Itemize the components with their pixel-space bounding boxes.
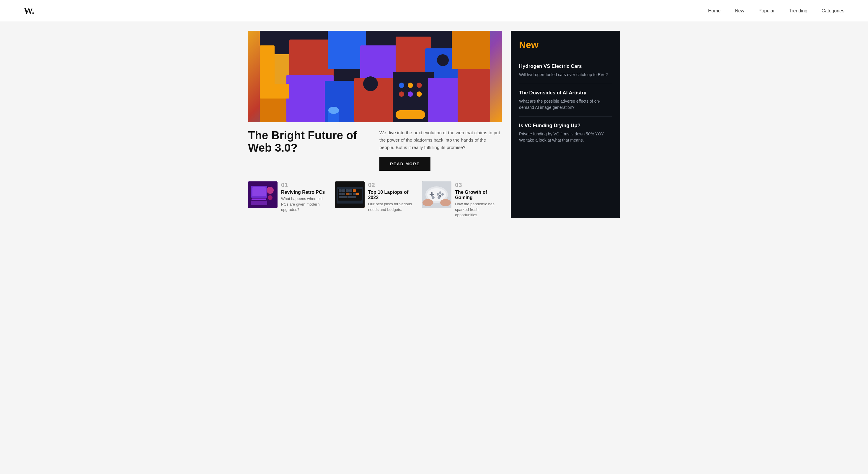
new-item-1[interactable]: Hydrogen VS Electric Cars Will hydrogen-… <box>519 58 612 84</box>
card-3-desc: How the pandemic has sparked fresh oppor… <box>455 201 502 218</box>
new-item-2-desc: What are the possible adverse effects of… <box>519 98 612 111</box>
nav-links: Home New Popular Trending Categories <box>708 8 844 13</box>
card-1-image <box>248 181 278 208</box>
hero-title: The Bright Future of Web 3.0? <box>248 129 371 154</box>
card-1-content: 01 Reviving Retro PCs What happens when … <box>281 181 328 212</box>
svg-rect-14 <box>458 69 490 122</box>
svg-point-62 <box>438 196 440 199</box>
card-2-desc: Our best picks for various needs and bud… <box>368 201 415 212</box>
svg-rect-48 <box>353 193 356 195</box>
svg-rect-45 <box>342 193 345 195</box>
card-1-number: 01 <box>281 181 328 189</box>
nav-categories[interactable]: Categories <box>822 8 844 13</box>
svg-rect-33 <box>251 201 267 205</box>
svg-rect-46 <box>346 193 349 195</box>
new-panel-title: New <box>519 39 612 50</box>
svg-point-64 <box>440 199 451 206</box>
new-item-2[interactable]: The Downsides of AI Artistry What are th… <box>519 84 612 117</box>
svg-point-15 <box>399 82 404 88</box>
card-1[interactable]: 01 Reviving Retro PCs What happens when … <box>248 181 328 218</box>
left-column: The Bright Future of Web 3.0? We dive in… <box>248 31 502 218</box>
svg-point-19 <box>408 92 413 97</box>
card-2-number: 02 <box>368 181 415 189</box>
card-2-title: Top 10 Laptops of 2022 <box>368 190 415 200</box>
hero-description: We dive into the next evolution of the w… <box>379 129 502 151</box>
svg-point-21 <box>363 76 378 91</box>
card-3-title: The Growth of Gaming <box>455 190 502 200</box>
svg-rect-41 <box>346 189 349 192</box>
svg-point-35 <box>268 195 273 200</box>
card-1-desc: What happens when old PCs are given mode… <box>281 196 328 212</box>
svg-rect-32 <box>252 199 266 200</box>
card-3[interactable]: 03 The Growth of Gaming How the pandemic… <box>422 181 502 218</box>
svg-rect-28 <box>260 84 289 99</box>
svg-point-25 <box>328 107 339 114</box>
card-3-number: 03 <box>455 181 502 189</box>
svg-point-56 <box>441 193 444 196</box>
svg-rect-40 <box>342 189 345 192</box>
svg-point-61 <box>432 196 435 199</box>
hero-image <box>248 31 502 122</box>
new-item-3-desc: Private funding by VC firms is down 50% … <box>519 131 612 143</box>
svg-point-20 <box>416 92 422 97</box>
svg-point-22 <box>437 54 449 66</box>
bottom-cards: 01 Reviving Retro PCs What happens when … <box>248 181 502 218</box>
new-item-2-title: The Downsides of AI Artistry <box>519 90 612 96</box>
svg-point-17 <box>416 82 422 88</box>
svg-point-58 <box>437 193 439 196</box>
svg-rect-39 <box>339 189 342 192</box>
svg-rect-60 <box>431 192 433 197</box>
svg-rect-26 <box>396 110 425 119</box>
svg-rect-49 <box>356 193 359 195</box>
card-1-title: Reviving Retro PCs <box>281 190 328 195</box>
card-2-image <box>335 181 365 208</box>
svg-rect-31 <box>252 187 266 196</box>
card-2[interactable]: 02 Top 10 Laptops of 2022 Our best picks… <box>335 181 415 218</box>
svg-point-16 <box>408 82 413 88</box>
svg-rect-51 <box>348 196 356 198</box>
nav-popular[interactable]: Popular <box>758 8 775 13</box>
navbar: W. Home New Popular Trending Categories <box>0 0 868 22</box>
svg-rect-42 <box>349 189 352 192</box>
hero-right: We dive into the next evolution of the w… <box>379 129 502 171</box>
svg-point-63 <box>423 199 433 206</box>
svg-rect-7 <box>452 31 490 69</box>
new-item-3-title: Is VC Funding Drying Up? <box>519 123 612 129</box>
nav-home[interactable]: Home <box>708 8 721 13</box>
svg-rect-44 <box>339 193 342 195</box>
new-item-1-desc: Will hydrogen-fueled cars ever catch up … <box>519 72 612 78</box>
nav-new[interactable]: New <box>735 8 744 13</box>
new-item-1-title: Hydrogen VS Electric Cars <box>519 63 612 69</box>
svg-point-18 <box>399 92 404 97</box>
site-logo[interactable]: W. <box>24 5 34 16</box>
new-panel: New Hydrogen VS Electric Cars Will hydro… <box>511 31 620 218</box>
card-3-image <box>422 181 452 208</box>
svg-rect-47 <box>349 193 352 195</box>
card-2-content: 02 Top 10 Laptops of 2022 Our best picks… <box>368 181 415 212</box>
svg-point-55 <box>439 192 441 194</box>
new-item-3[interactable]: Is VC Funding Drying Up? Private funding… <box>519 117 612 149</box>
svg-rect-43 <box>353 189 356 192</box>
hero-text: The Bright Future of Web 3.0? We dive in… <box>248 129 502 171</box>
svg-rect-50 <box>339 196 347 198</box>
card-3-content: 03 The Growth of Gaming How the pandemic… <box>455 181 502 218</box>
nav-trending[interactable]: Trending <box>789 8 807 13</box>
main-container: The Bright Future of Web 3.0? We dive in… <box>236 22 632 227</box>
svg-point-34 <box>267 187 274 194</box>
read-more-button[interactable]: READ MORE <box>379 157 430 171</box>
